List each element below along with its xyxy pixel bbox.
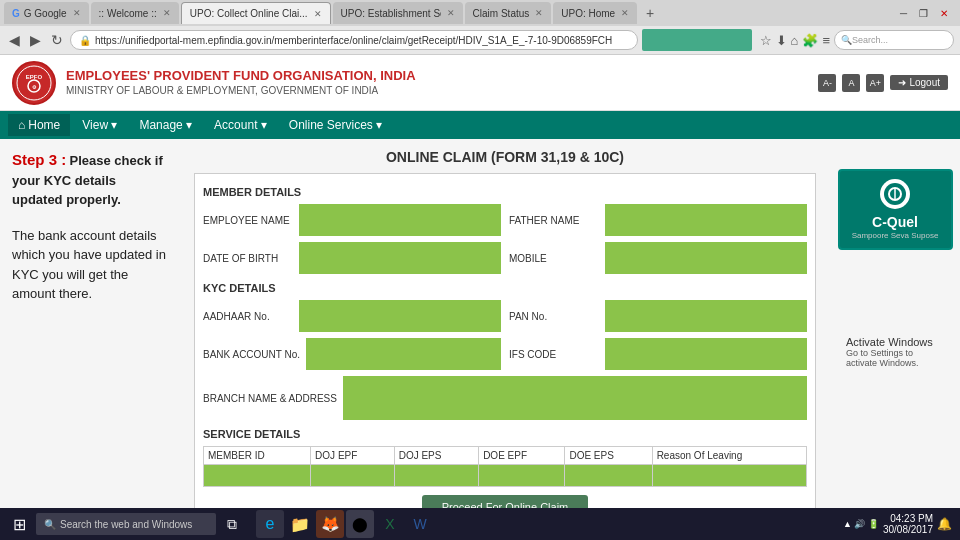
font-small-button[interactable]: A- bbox=[818, 74, 836, 92]
site-header: EPFO ⚙ EMPLOYEES' PROVIDENT FUND ORGANIS… bbox=[0, 55, 960, 111]
service-table: MEMBER ID DOJ EPF DOJ EPS DOE EPF DOE EP… bbox=[203, 446, 807, 487]
window-controls: ─ ❐ ✕ bbox=[896, 8, 956, 19]
home-browser-icon[interactable]: ⌂ bbox=[791, 33, 799, 48]
nav-view[interactable]: View ▾ bbox=[72, 114, 127, 136]
dob-value bbox=[299, 242, 501, 274]
home-icon: ⌂ bbox=[18, 118, 25, 132]
org-title: EMPLOYEES' PROVIDENT FUND ORGANISATION, … bbox=[66, 68, 416, 85]
branch-label: BRANCH NAME & ADDRESS bbox=[203, 393, 337, 404]
ifsc-label: IFS CODE bbox=[509, 349, 599, 360]
top-green-box bbox=[642, 29, 752, 51]
center-content: ONLINE CLAIM (FORM 31,19 & 10C) MEMBER D… bbox=[180, 139, 830, 515]
bank-ifsc-row: BANK ACCOUNT No. IFS CODE bbox=[203, 338, 807, 370]
taskbar-firefox[interactable]: 🦊 bbox=[316, 510, 344, 538]
start-button[interactable]: ⊞ bbox=[4, 510, 34, 538]
dob-label: DATE OF BIRTH bbox=[203, 253, 293, 264]
forward-button[interactable]: ▶ bbox=[27, 32, 44, 48]
tab-claim[interactable]: UPO: Collect Online Clai... ✕ bbox=[181, 2, 331, 24]
taskbar-chrome[interactable]: ⬤ bbox=[346, 510, 374, 538]
col-doe-eps: DOE EPS bbox=[565, 447, 652, 465]
new-tab-button[interactable]: + bbox=[639, 2, 661, 24]
tab-google[interactable]: G G Google ✕ bbox=[4, 2, 89, 24]
taskbar-word[interactable]: W bbox=[406, 510, 434, 538]
notification-icon[interactable]: 🔔 bbox=[937, 517, 952, 531]
dob-mobile-row: DATE OF BIRTH MOBILE bbox=[203, 242, 807, 274]
taskbar-app-icons: ⧉ bbox=[218, 510, 246, 538]
activate-windows: Activate Windows Go to Settings to activ… bbox=[840, 330, 950, 374]
cell-doe-epf bbox=[479, 465, 565, 487]
page-content: EPFO ⚙ EMPLOYEES' PROVIDENT FUND ORGANIS… bbox=[0, 55, 960, 515]
reload-button[interactable]: ↻ bbox=[48, 32, 66, 48]
taskbar-search-box[interactable]: 🔍 Search the web and Windows bbox=[36, 513, 216, 535]
tab-home[interactable]: UPO: Home ✕ bbox=[553, 2, 637, 24]
svg-point-0 bbox=[17, 66, 51, 100]
cell-member-id bbox=[204, 465, 311, 487]
address-bar[interactable]: 🔒 https://unifiedportal-mem.epfindia.gov… bbox=[70, 30, 638, 50]
bookmark-icon[interactable]: ☆ bbox=[760, 33, 772, 48]
close-button[interactable]: ✕ bbox=[936, 8, 952, 19]
mobile-label: MOBILE bbox=[509, 253, 599, 264]
tab-close-claim[interactable]: ✕ bbox=[314, 9, 322, 19]
cquel-logo bbox=[880, 179, 910, 209]
branch-value bbox=[343, 376, 807, 420]
nav-online-services[interactable]: Online Services ▾ bbox=[279, 114, 392, 136]
tab-establishment[interactable]: UPO: Establishment Search... ✕ bbox=[333, 2, 463, 24]
browser-search-box[interactable]: 🔍 Search... bbox=[834, 30, 954, 50]
bank-value bbox=[306, 338, 501, 370]
minimize-button[interactable]: ─ bbox=[896, 8, 911, 19]
father-name-label: FATHER NAME bbox=[509, 215, 599, 226]
tab-welcome[interactable]: :: Welcome :: ✕ bbox=[91, 2, 179, 24]
nav-bar: ⌂ Home View ▾ Manage ▾ Account ▾ Online … bbox=[0, 111, 960, 139]
tab-close-establishment[interactable]: ✕ bbox=[447, 8, 455, 18]
download-icon[interactable]: ⬇ bbox=[776, 33, 787, 48]
aadhaar-group: AADHAAR No. bbox=[203, 300, 501, 332]
activate-subtitle: Go to Settings to activate Windows. bbox=[846, 348, 944, 368]
father-name-group: FATHER NAME bbox=[509, 204, 807, 236]
menu-icon[interactable]: ≡ bbox=[822, 33, 830, 48]
task-view-button[interactable]: ⧉ bbox=[218, 510, 246, 538]
tab-claimstatus[interactable]: Claim Status ✕ bbox=[465, 2, 552, 24]
dob-group: DATE OF BIRTH bbox=[203, 242, 501, 274]
taskbar-edge[interactable]: e bbox=[256, 510, 284, 538]
tab-close-welcome[interactable]: ✕ bbox=[163, 8, 171, 18]
activate-title: Activate Windows bbox=[846, 336, 944, 348]
back-button[interactable]: ◀ bbox=[6, 32, 23, 48]
bank-label: BANK ACCOUNT No. bbox=[203, 349, 300, 360]
member-details-header: MEMBER DETAILS bbox=[203, 186, 807, 198]
service-table-section: MEMBER ID DOJ EPF DOJ EPS DOE EPF DOE EP… bbox=[203, 446, 807, 487]
nav-account[interactable]: Account ▾ bbox=[204, 114, 277, 136]
pan-value bbox=[605, 300, 807, 332]
org-logo: EPFO ⚙ bbox=[12, 61, 56, 105]
tab-close-claimstatus[interactable]: ✕ bbox=[535, 8, 543, 18]
pan-label: PAN No. bbox=[509, 311, 599, 322]
font-large-button[interactable]: A+ bbox=[866, 74, 884, 92]
aadhaar-value bbox=[299, 300, 501, 332]
font-normal-button[interactable]: A bbox=[842, 74, 860, 92]
ifsc-value bbox=[605, 338, 807, 370]
restore-button[interactable]: ❐ bbox=[915, 8, 932, 19]
mobile-group: MOBILE bbox=[509, 242, 807, 274]
ifsc-group: IFS CODE bbox=[509, 338, 807, 370]
tab-close-home[interactable]: ✕ bbox=[621, 8, 629, 18]
employee-name-row: EMPLOYEE NAME FATHER NAME bbox=[203, 204, 807, 236]
col-doe-epf: DOE EPF bbox=[479, 447, 565, 465]
service-details-header: SERVICE DETAILS bbox=[203, 428, 807, 440]
taskbar-excel[interactable]: X bbox=[376, 510, 404, 538]
org-name: EMPLOYEES' PROVIDENT FUND ORGANISATION, … bbox=[66, 68, 416, 98]
cell-doj-eps bbox=[394, 465, 478, 487]
cell-doj-epf bbox=[311, 465, 395, 487]
nav-home[interactable]: ⌂ Home bbox=[8, 114, 70, 136]
kyc-details-header: KYC DETAILS bbox=[203, 282, 807, 294]
cquel-advertisement: C-Quel Sampoore Seva Supose bbox=[838, 169, 953, 250]
cquel-name: C-Quel bbox=[872, 213, 918, 231]
logout-button[interactable]: ➜ Logout bbox=[890, 75, 948, 90]
col-doj-eps: DOJ EPS bbox=[394, 447, 478, 465]
col-reason: Reason Of Leaving bbox=[652, 447, 806, 465]
tab-close-google[interactable]: ✕ bbox=[73, 8, 81, 18]
nav-manage[interactable]: Manage ▾ bbox=[129, 114, 202, 136]
clock: 04:23 PM 30/08/2017 bbox=[883, 513, 933, 535]
extension-icon[interactable]: 🧩 bbox=[802, 33, 818, 48]
toolbar-icons: ☆ ⬇ ⌂ 🧩 ≡ bbox=[760, 33, 830, 48]
taskbar-explorer[interactable]: 📁 bbox=[286, 510, 314, 538]
cquel-slogan: Sampoore Seva Supose bbox=[852, 231, 939, 240]
